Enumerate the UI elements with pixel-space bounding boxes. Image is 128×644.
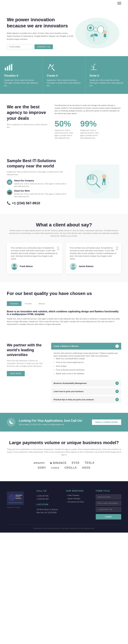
feature-visualize-title: Visualize it: [4, 74, 38, 77]
footer-email-input[interactable]: [96, 501, 121, 506]
cta-title: Looking For Visa Applications Just Call …: [19, 419, 82, 422]
testimonial-card-2: 2 Proin sed libero arcu sed faucibus tur…: [66, 242, 121, 274]
list-item: Amet volutpat.: [56, 365, 119, 368]
accordion-icon-sustainability: +: [115, 382, 119, 385]
logos-grid: amazon ◆ BINANCE EV3A TESLA SONY crocs C…: [7, 461, 121, 469]
accordion-header-practical[interactable]: Practical tips to help you grow your pro…: [51, 396, 121, 403]
accordion-item-practical: Practical tips to help you grow your pro…: [51, 396, 121, 403]
svg-rect-24: [90, 175, 91, 180]
agency-title: We are the best agency to improve your d…: [7, 104, 48, 121]
testimonial-text-2: Proin sed libero arcu sed faucibus turpi…: [70, 247, 117, 260]
list-item: Blandit turpis cursus in hac habitasse.: [56, 372, 119, 375]
about-company-title: About Our Company: [14, 180, 67, 182]
footer-submit-button[interactable]: SUBMIT: [96, 514, 121, 520]
footer-illustration: [7, 492, 24, 505]
feature-visualize: Visualize it Sample text. Click to selec…: [0, 56, 43, 94]
payments-section: Large payments volume or unique business…: [0, 432, 128, 481]
footer-phone-input[interactable]: [96, 507, 121, 512]
partners-title: We partner with the world's leading univ…: [7, 343, 44, 358]
minus-icon: −: [116, 345, 118, 347]
stat-1-label: Sample text. Click to select the text bo…: [55, 129, 75, 139]
list-item: Tortor at risus viverra adipiscing at in…: [56, 361, 119, 364]
phone-cta-icon: [9, 420, 14, 424]
it-solutions-left: Sample Best IT-Solutions company near th…: [7, 158, 67, 205]
testimonials-section: What a client about say? Aenean pretium …: [0, 214, 128, 282]
payments-description: Things get more complicated in a real in…: [7, 448, 121, 456]
about-work-content: About Our Work Sample text. Click to sel…: [14, 190, 67, 198]
feature-create: Create it Sample text. Click to select t…: [43, 56, 85, 94]
about-work-title: About Our Work: [14, 190, 67, 192]
footer: Image from Freepik CALL US 1 (234) 567-8…: [0, 481, 128, 532]
svg-rect-25: [92, 176, 94, 180]
testimonials-title: What a client about say?: [7, 222, 121, 228]
svg-rect-12: [7, 66, 8, 70]
about-work-desc: Sample text. Click to select the text bo…: [14, 193, 67, 198]
footer-col-services: OUR SERVICES Hotel Transfers Airport Tra…: [66, 490, 91, 520]
partners-left: We partner with the world's leading univ…: [7, 343, 44, 404]
contact-button[interactable]: CONTACT US: [34, 44, 53, 49]
testimonials-description: Aenean pretium ut neque egestas laoreet …: [7, 229, 121, 238]
accordion-header-grow[interactable]: Learn how to grow your business +: [51, 388, 121, 395]
cta-button[interactable]: BOOK A CONSULTATION: [92, 420, 121, 425]
footer-address: 123 Rock Street, 21 Avenue, New York, NY…: [37, 508, 61, 514]
svg-point-27: [12, 267, 17, 270]
svg-rect-23: [87, 176, 89, 180]
quote-number-2: 2: [115, 245, 118, 252]
footer-name-input[interactable]: [96, 494, 121, 500]
partners-right: Create a Webinar in Minutes − Interdum v…: [51, 343, 121, 404]
avatar-2: [70, 263, 77, 270]
agency-subtitle: We're creating for our clients and our c…: [7, 123, 48, 129]
accordion-header-webinar[interactable]: Create a Webinar in Minutes −: [51, 343, 121, 350]
cta-text: Looking For Visa Applications Just Call …: [19, 419, 82, 426]
accordion-intro-webinar: Interdum velit euismod in pellentesque m…: [54, 352, 119, 358]
tab-founder[interactable]: Founder: [22, 301, 35, 306]
stat-1-value: 50%: [55, 119, 75, 128]
hero-illustration: [75, 18, 119, 48]
accordion-icon-webinar: −: [115, 344, 119, 348]
cta-description: Call us today 111-232-22-33 or email us …: [19, 424, 82, 426]
testimonial-author-1: Frank Nelson: [11, 263, 58, 270]
svg-rect-21: [102, 182, 103, 185]
svg-point-4: [98, 26, 104, 33]
tab-content-heading: Brave is an innovative web solution, whi…: [7, 310, 121, 316]
crolla-logo: CROLLA: [65, 466, 77, 469]
footer-call-us-title: CALL US: [37, 490, 61, 492]
footer-services-title: OUR SERVICES: [66, 490, 91, 492]
read-more-button[interactable]: READ MORE: [7, 371, 25, 376]
accordion-header-sustainability[interactable]: Business Sustainability Management +: [51, 380, 121, 387]
list-item: Purus at faucibus pulvinar elementum.: [56, 368, 119, 371]
accordion-item-grow: Learn how to grow your business +: [51, 388, 121, 395]
accordion-list-webinar: Mattis nunc sed blandit libero volutpat.…: [54, 358, 119, 375]
hamburger-menu[interactable]: [117, 2, 121, 4]
accordion-icon-grow: +: [115, 390, 119, 393]
svg-rect-5: [99, 33, 102, 34]
partners-description: Etiam erat velit scelerisque in dictum n…: [7, 360, 44, 368]
email-input[interactable]: [7, 44, 32, 49]
tab-mission[interactable]: Mission: [35, 301, 48, 306]
crocs-logo: crocs: [51, 466, 59, 469]
plus-icon: +: [116, 390, 118, 392]
footer-location-title: LOCATION: [37, 503, 61, 506]
accordion-title-practical: Practical tips to help you grow your pro…: [54, 398, 94, 400]
about-work-block: 💼 About Our Work Sample text. Click to s…: [7, 190, 67, 198]
plus-icon: +: [116, 398, 118, 401]
avatar-1: [11, 263, 18, 270]
cta-icon: [7, 418, 15, 426]
cta-left: Looking For Visa Applications Just Call …: [7, 418, 82, 426]
feature-grow: Grow it Sample text. Click to select the…: [86, 56, 128, 94]
svg-point-9: [103, 30, 107, 34]
tab-overview[interactable]: Overview: [7, 301, 22, 306]
svg-rect-10: [104, 34, 106, 37]
svg-rect-13: [9, 65, 10, 70]
features-section: Visualize it Sample text. Click to selec…: [0, 56, 128, 94]
testimonial-cards: 1 Proin sed libero arcu sed faucibus tur…: [7, 242, 121, 274]
create-icon: [47, 63, 55, 72]
hero-text: We power innovation because we are innov…: [7, 17, 73, 49]
stat-1: 50% Sample text. Click to select the tex…: [55, 119, 75, 139]
payments-title: Large payments volume or unique business…: [7, 440, 121, 445]
agency-left: We are the best agency to improve your d…: [7, 104, 48, 139]
svg-rect-14: [11, 64, 12, 70]
service-item-3: Excursions and Tours: [66, 501, 91, 503]
stat-2-label: Sample text. Click to select the text bo…: [80, 129, 101, 139]
partners-section: We partner with the world's leading univ…: [0, 334, 128, 413]
